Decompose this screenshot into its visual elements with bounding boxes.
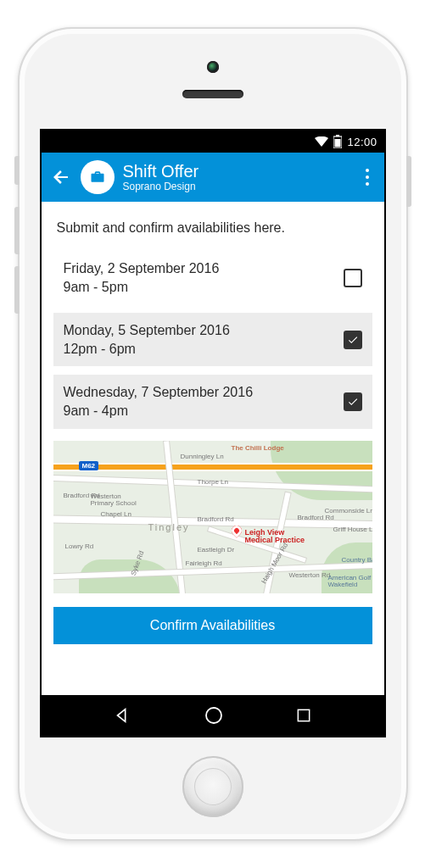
back-button[interactable] [50,167,72,187]
shift-date: Wednesday, 7 September 2016 [64,385,254,399]
mute-switch [14,156,20,185]
shift-time: 9am - 5pm [64,278,344,297]
svg-point-3 [206,708,221,723]
map-label: Country Baske [342,556,372,564]
wifi-icon [315,136,328,147]
map-label: Bradford Rd [198,515,234,523]
map-locality: Tingley [148,522,190,532]
shift-date: Friday, 2 September 2016 [64,261,220,275]
map-label: Dunningley Ln [181,453,224,460]
map-label: Chapel Ln [101,510,131,518]
map-pin-label: Leigh View Medical Practice [245,529,305,545]
volume-down-button [14,266,20,314]
confirm-availabilities-button[interactable]: Confirm Availabilities [53,607,372,644]
battery-icon [333,135,342,148]
shift-checkbox[interactable] [344,269,362,287]
screen: 12:00 Shift Offer Soprano Design Submit … [40,129,386,737]
shift-checkbox[interactable] [344,392,362,411]
motorway-badge: M62 [79,461,99,470]
motorway [53,463,372,471]
nav-home-button[interactable] [204,705,224,726]
title-block: Shift Offer Soprano Design [123,162,350,193]
phone-frame: 12:00 Shift Offer Soprano Design Submit … [18,27,408,841]
map-label: The Chilli Lodge [232,444,284,452]
map-label: Fairleigh Rd [186,559,222,567]
shift-row[interactable]: Wednesday, 7 September 2016 9am - 4pm [53,375,372,428]
earpiece-speaker [182,90,243,98]
shift-row[interactable]: Friday, 2 September 2016 9am - 5pm [53,251,372,304]
shift-checkbox[interactable] [344,331,362,349]
nav-recents-button[interactable] [295,707,312,724]
map-label: American Golf Wakefield [328,575,372,588]
map-label: Westerton Primary School [91,493,137,507]
app-header: Shift Offer Soprano Design [42,153,384,202]
volume-up-button [14,207,20,254]
location-map[interactable]: M62 The Chilli Lodge Dunningley Ln Thorp… [53,441,372,593]
page-subtitle: Soprano Design [123,181,350,193]
svg-rect-4 [298,709,309,721]
nav-back-button[interactable] [113,706,131,725]
shift-date: Monday, 5 September 2016 [64,323,230,337]
map-label: Westerton Rd [289,571,331,579]
map-label: Eastleigh Dr [198,546,235,554]
overflow-menu-button[interactable] [359,169,376,186]
home-button-hardware [182,756,243,817]
map-label: Thorpe Ln [198,478,228,486]
intro-text: Submit and confirm availabilities here. [53,220,372,236]
map-label: Commonside Ln [325,507,372,515]
shift-time: 9am - 4pm [64,402,344,420]
power-button [406,156,411,207]
shift-row[interactable]: Monday, 5 September 2016 12pm - 6pm [53,313,372,366]
shift-time: 12pm - 6pm [64,340,344,359]
status-bar: 12:00 [42,131,384,153]
content-area: Submit and confirm availabilities here. … [42,202,384,695]
map-label: Bradford Rd [298,514,334,521]
status-time: 12:00 [347,136,377,148]
svg-rect-2 [335,139,341,147]
map-label: Lowry Rd [65,542,94,550]
android-nav-bar [42,695,384,736]
briefcase-icon [81,160,115,194]
front-camera [207,61,219,73]
page-title: Shift Offer [123,162,350,181]
map-label: Griff House Ln [333,526,372,533]
